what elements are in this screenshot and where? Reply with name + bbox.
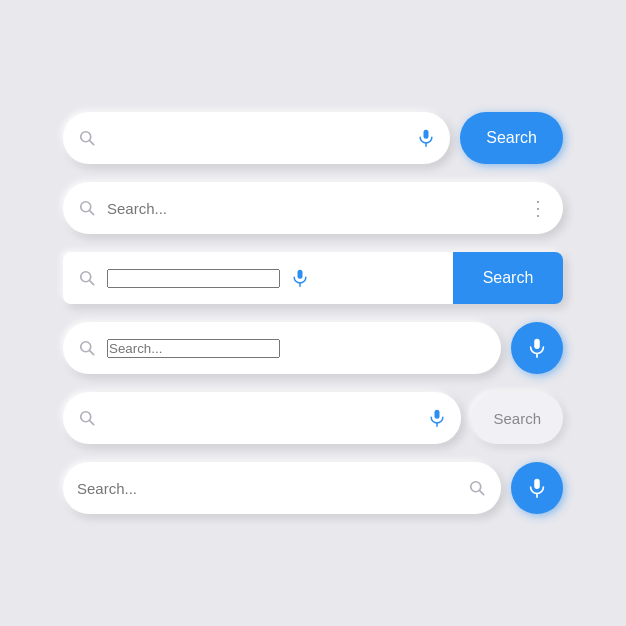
search-button-row5[interactable]: Search [471, 392, 563, 444]
row5: Search [63, 392, 563, 444]
search-input-row6[interactable] [77, 480, 457, 497]
searchbar-row3[interactable]: Search [63, 252, 563, 304]
search-input-row5[interactable] [107, 410, 417, 427]
search-button-row1[interactable]: Search [460, 112, 563, 164]
searchbar-row5[interactable] [63, 392, 461, 444]
searchbar-row6[interactable] [63, 462, 501, 514]
searchbar-row2[interactable]: ⋮ [63, 182, 563, 234]
search-input-row1[interactable] [107, 130, 406, 147]
searchbar-row1[interactable] [63, 112, 450, 164]
mic-icon-row3[interactable] [290, 268, 310, 288]
search-icon-row6-right [467, 478, 487, 498]
mic-icon-row1[interactable] [416, 128, 436, 148]
row4 [63, 322, 563, 374]
row2: ⋮ [63, 182, 563, 234]
more-options-icon[interactable]: ⋮ [528, 196, 549, 220]
search-icon-row2 [77, 198, 97, 218]
mic-circle-button-row4[interactable] [511, 322, 563, 374]
search-icon-row5 [77, 408, 97, 428]
search-icon [77, 128, 97, 148]
search-button-row3[interactable]: Search [453, 252, 563, 304]
mic-white-icon-row4 [526, 337, 548, 359]
search-input-row3[interactable] [107, 269, 280, 288]
search-input-row4[interactable] [107, 339, 280, 358]
row1: Search [63, 112, 563, 164]
search-icon-row4 [77, 338, 97, 358]
search-icon-row3 [77, 268, 97, 288]
searchbar-row4[interactable] [63, 322, 501, 374]
mic-circle-button-row6[interactable] [511, 462, 563, 514]
mic-white-icon-row6 [526, 477, 548, 499]
row3: Search [63, 252, 563, 304]
search-input-row2[interactable] [107, 200, 518, 217]
mic-icon-row5[interactable] [427, 408, 447, 428]
row6 [63, 462, 563, 514]
